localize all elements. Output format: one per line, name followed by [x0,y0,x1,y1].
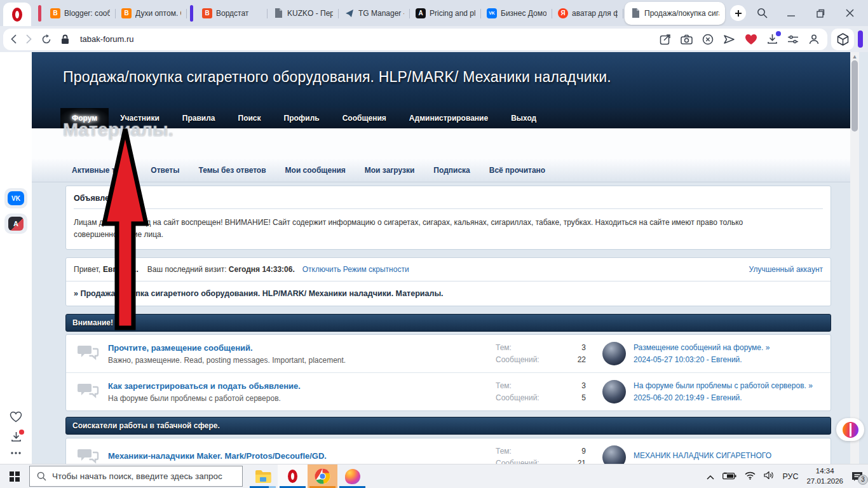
greeting-hello: Привет, [74,265,100,274]
breadcrumb[interactable]: » Продажа/покупка сигаретного оборудован… [66,281,831,306]
snapshot-camera-icon[interactable] [681,34,693,44]
wifi-icon[interactable] [745,471,756,482]
chrome-taskbar-icon[interactable] [308,464,337,488]
language-indicator[interactable]: РУС [782,472,798,481]
tab-label: аватар для фор [572,9,618,18]
last-post-link[interactable]: МЕХАНИК НАЛАДЧИК СИГАРЕТНОГО [634,451,824,460]
tab-kuzko[interactable]: KUZKO - Первы [268,1,339,26]
last-poster-avatar[interactable] [602,342,626,365]
sidebar-vk-button[interactable]: VK [4,188,27,208]
extensions-sliders-icon[interactable] [787,34,799,44]
nav-search[interactable]: Поиск [227,108,273,128]
nav-messages[interactable]: Сообщения [331,108,398,128]
tab-wordstat[interactable]: B Вордстат [196,1,268,26]
page-scrollbar[interactable]: ▲ [850,52,859,464]
topic-link[interactable]: Как зарегистрироваться и подать обьявлен… [108,381,489,391]
downloads-icon[interactable] [767,34,778,44]
tab-duhi-optom[interactable]: B Духи оптом. Св [116,1,187,26]
greeting-box: Привет, Евгений.. Ваш последний визит: С… [65,257,831,306]
aria-ai-button[interactable] [836,418,864,441]
start-button[interactable] [0,464,29,488]
subnav-my-posts[interactable]: Мои сообщения [276,166,355,175]
scrollbar-up-icon[interactable]: ▲ [851,53,858,60]
url-text[interactable]: tabak-forum.ru [80,34,134,44]
tab-blogger[interactable]: B Blogger: сообщ [44,1,116,26]
stealth-mode-link[interactable]: Отключить Режим скрытности [302,265,409,274]
nav-rules[interactable]: Правила [171,108,227,128]
translate-icon: A [8,217,24,231]
section-header-jobseekers: Соискатели работы в табачной сфере. [65,417,831,435]
share-edit-icon[interactable] [660,34,671,45]
tray-chevron-icon[interactable] [707,471,714,482]
topic-link[interactable]: Механики-наладчики Maker. Mark/Protos/De… [108,451,489,461]
last-poster-avatar[interactable] [602,445,626,464]
sidebar-downloads-icon[interactable] [11,431,22,442]
topic-link[interactable]: Прочтите, размещение сообщений. [108,343,489,353]
search-icon [37,471,46,481]
bookmark-heart-icon[interactable] [745,34,757,45]
close-icon[interactable] [844,8,855,19]
new-tab-button[interactable] [730,5,746,21]
firefox-taskbar-icon[interactable] [337,464,367,488]
subnav-unanswered[interactable]: Темы без ответов [189,166,275,175]
premium-account-link[interactable]: Улучшенный аккаунт [749,265,823,274]
taskbar-search-box[interactable]: Чтобы начать поиск, введите здесь запрос [29,466,243,487]
subnav-mark-read[interactable]: Всё прочитано [480,166,555,175]
last-post-link[interactable]: На форуме были проблемы с работой сервер… [634,381,824,390]
topic-stats: Тем:3 Сообщений:22 [496,343,586,364]
wordstat-icon: B [202,8,212,18]
lock-icon[interactable] [61,34,69,44]
flow-send-icon[interactable] [723,34,735,44]
nav-profile[interactable]: Профиль [273,108,331,128]
opera-menu-button[interactable] [3,3,31,26]
tab-group-indicator-purple[interactable] [190,5,193,22]
notification-center-icon[interactable]: 3 [851,471,863,482]
nav-members[interactable]: Участники [109,108,171,128]
opera-taskbar-icon[interactable] [278,464,308,488]
battery-icon[interactable] [722,471,736,482]
subnav-my-uploads[interactable]: Мои загрузки [355,166,424,175]
clock[interactable]: 14:34 27.01.2026 [806,466,843,486]
minimize-icon[interactable] [785,8,797,19]
adblock-icon[interactable] [702,34,714,45]
greeting-username: Евгений.. [103,265,139,274]
document-icon [630,8,641,18]
windows-taskbar: Чтобы начать поиск, введите здесь запрос [0,464,868,488]
subnav-replies[interactable]: Ответы [141,166,189,175]
reload-icon[interactable] [41,34,51,44]
tab-vk-business[interactable]: VK Бизнес Домосе [481,1,552,26]
maximize-icon[interactable] [815,8,826,19]
forum-title: Продажа/покупка сигаретного оборудования… [63,69,859,86]
header-gap [32,128,859,159]
forward-icon[interactable] [26,34,32,44]
nav-forum[interactable]: Форум [60,108,109,128]
tab-search-icon[interactable] [756,8,768,19]
document-icon [273,8,283,18]
sidebar-more-icon[interactable] [10,451,22,455]
last-poster-avatar[interactable] [602,380,626,403]
tab-strip: B Blogger: сообщ B Духи оптом. Св B Ворд… [35,0,746,26]
subnav-active-topics[interactable]: Активные темы [62,166,141,175]
file-explorer-icon[interactable] [248,464,278,488]
topic-bubbles-icon [78,382,99,402]
nav-logout[interactable]: Выход [499,108,548,128]
nav-admin[interactable]: Администрирование [398,108,499,128]
favorites-heart-icon[interactable] [10,411,22,423]
sidebar-translate-button[interactable]: A [4,214,27,234]
vpn-cube-button[interactable] [831,29,854,50]
tab-yandex-avatar[interactable]: Я аватар для фор [552,1,623,26]
taskbar-apps [248,464,367,488]
last-post-link[interactable]: Размещение сообщений на форуме. » [634,343,824,352]
sidebar-setup-indicator[interactable] [858,30,863,48]
volume-icon[interactable] [764,471,774,482]
address-field[interactable]: tabak-forum.ru [3,29,827,50]
subnav-subscription[interactable]: Подписка [424,166,479,175]
tab-group-indicator-red[interactable] [38,5,41,22]
profile-icon[interactable] [808,34,820,45]
back-icon[interactable] [11,34,17,44]
tab-tabak-forum-active[interactable]: Продажа/покупка сигар [625,2,725,25]
topic-description: На форуме были проблемы с работой сервер… [108,394,489,403]
tab-pricing[interactable]: A Pricing and plan [410,1,481,26]
scrollbar-thumb[interactable] [851,60,858,132]
tab-tg-manager[interactable]: TG Manager - У [339,1,410,26]
